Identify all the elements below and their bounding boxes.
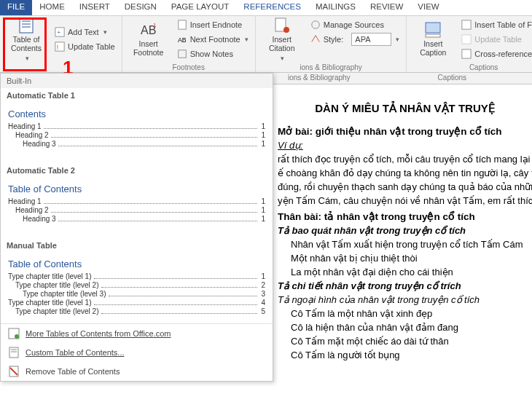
paragraph: rất thích đọc truyện cổ tích, mỗi câu tr…: [278, 154, 532, 165]
document-area[interactable]: DÀN Ý MIÊU TẢ NHÂN VẬT TRUYỆ Mở bài: giớ…: [273, 73, 532, 402]
auto1-title: Contents: [8, 109, 265, 119]
tab-file[interactable]: FILE: [0, 0, 32, 15]
gallery-manual-preview[interactable]: Table of Contents Type chapter title (le…: [1, 253, 273, 323]
doc-title: DÀN Ý MIÊU TẢ NHÂN VẬT TRUYỆ: [278, 102, 532, 115]
tab-design[interactable]: DESIGN: [117, 0, 164, 15]
toc-button[interactable]: Table ofContents ▾: [4, 18, 48, 60]
gallery-section-builtin: Built-In: [1, 74, 273, 88]
next-footnote-button[interactable]: ABNext Footnote▾: [175, 33, 251, 46]
tab-insert[interactable]: INSERT: [72, 0, 117, 15]
list-item: Cô Tấm là người tốt bụng: [278, 350, 532, 360]
vidu-label: Ví dụ:: [278, 140, 532, 151]
heading-thanbai: Thân bài: tả nhân vật trong truyện cổ tí…: [278, 210, 532, 222]
svg-rect-0: [20, 18, 33, 33]
svg-rect-12: [178, 50, 186, 58]
footnote-icon: AB1: [140, 21, 157, 39]
svg-text:1: 1: [153, 22, 157, 28]
list-item: Cô Tấm là một nhân vật xinh đẹp: [278, 308, 532, 319]
group-captions: InsertCaption Insert Table of Figures Up…: [407, 16, 532, 72]
paragraph: yện Tấm Cám, câu chuyện nói về nhân vật …: [278, 195, 532, 206]
insert-endnote-button[interactable]: Insert Endnote: [175, 18, 251, 31]
tab-mailings[interactable]: MAILINGS: [308, 0, 363, 15]
svg-rect-10: [178, 20, 186, 29]
group-citations: InsertCitation▾ Manage Sources Style: AP…: [256, 16, 407, 72]
heading-ngoaihinh: Tả ngoại hình của nhân vật trong truyện …: [278, 294, 532, 305]
svg-text:!: !: [57, 44, 58, 51]
tab-page-layout[interactable]: PAGE LAYOUT: [164, 0, 236, 15]
toc-icon: [17, 17, 35, 34]
svg-rect-16: [426, 23, 440, 33]
manual-title: Table of Contents: [8, 259, 265, 269]
svg-rect-17: [426, 34, 440, 37]
add-text-button[interactable]: +Add Text▾: [52, 25, 117, 39]
svg-rect-25: [9, 347, 18, 358]
list-item: Cô là hiện thân của nhân vật đảm đang: [278, 322, 532, 333]
ribbon-group-labels-partial: ions & Bibliography Captions: [273, 73, 532, 84]
auto2-title: Table of Contents: [8, 184, 265, 194]
gallery-custom-toc[interactable]: Custom Table of Contents...: [1, 343, 273, 362]
insert-citation-button[interactable]: InsertCitation▾: [260, 18, 304, 60]
svg-point-24: [15, 334, 19, 339]
toc-gallery-dropdown: Built-In Automatic Table 1 Contents Head…: [0, 73, 273, 382]
gallery-manual-header: Manual Table: [1, 231, 273, 253]
gallery-auto2-preview[interactable]: Table of Contents Heading 11 Heading 21 …: [1, 178, 273, 231]
list-item: Một nhân vật bị chịu thiệt thòi: [278, 253, 532, 264]
insert-footnote-button[interactable]: AB1 InsertFootnote: [127, 18, 171, 60]
manage-sources-button[interactable]: Manage Sources: [308, 18, 402, 31]
svg-rect-19: [462, 35, 471, 44]
insert-caption-button[interactable]: InsertCaption: [411, 18, 455, 60]
update-table-button[interactable]: !Update Table: [52, 40, 117, 53]
svg-rect-18: [462, 20, 471, 29]
caption-icon: [424, 21, 442, 39]
svg-point-15: [311, 21, 319, 29]
tab-review[interactable]: REVIEW: [363, 0, 410, 15]
heading-mobai: Mở bài: giới thiệu nhân vật trong truyện…: [278, 125, 532, 137]
group-footnotes: AB1 InsertFootnote Insert Endnote ABNext…: [122, 16, 256, 72]
list-item: Nhân vật Tấm xuất hiện trong truyện cổ t…: [278, 239, 532, 250]
insert-tof-button[interactable]: Insert Table of Figures: [459, 18, 532, 31]
tab-view[interactable]: VIEW: [410, 0, 446, 15]
toc-label: Table ofContents: [11, 36, 42, 52]
svg-text:+: +: [58, 29, 61, 36]
ribbon-tabs: FILE HOME INSERT DESIGN PAGE LAYOUT REFE…: [0, 0, 532, 16]
cross-reference-button[interactable]: Cross-reference: [459, 47, 532, 60]
chevron-down-icon: ▾: [26, 55, 29, 62]
gallery-remove-toc[interactable]: Remove Table of Contents: [1, 362, 273, 381]
show-notes-button[interactable]: Show Notes: [175, 47, 251, 60]
paragraph: ế choàng khăn đỏ dạy chúng ta không nên …: [278, 168, 532, 178]
svg-point-14: [283, 27, 289, 33]
gallery-auto2-header: Automatic Table 2: [1, 156, 273, 178]
svg-text:AB: AB: [178, 36, 187, 44]
list-item: Cô Tấm mặt một chiếc áo dài tứ thân: [278, 336, 532, 347]
list-item: La một nhân vật đại diện cho cái thiện: [278, 267, 532, 277]
update-caption-table-button[interactable]: Update Table: [459, 33, 532, 46]
gallery-auto1-preview[interactable]: Contents Heading 11 Heading 21 Heading 3…: [1, 103, 273, 156]
tab-references[interactable]: REFERENCES: [236, 0, 308, 15]
citation-icon: [273, 17, 291, 34]
paragraph: đúng, rồi chuyện thạch sanh dạy chúng ta…: [278, 181, 532, 192]
gallery-more-office[interactable]: More Tables of Contents from Office.com: [1, 324, 273, 343]
style-select[interactable]: Style: APA▾: [308, 33, 402, 46]
tab-home[interactable]: HOME: [32, 0, 72, 15]
heading-chitiet: Tả chi tiết nhân vật trong truyện cổ trí…: [278, 280, 532, 291]
svg-rect-20: [462, 50, 471, 58]
group-toc: Table ofContents ▾ +Add Text▾ !Update Ta…: [0, 16, 122, 72]
ribbon: Table ofContents ▾ +Add Text▾ !Update Ta…: [0, 16, 532, 73]
gallery-auto1-header: Automatic Table 1: [1, 88, 273, 103]
heading-baokuat: Tả bao quát nhân vật trong truyện cổ tíc…: [278, 225, 532, 236]
